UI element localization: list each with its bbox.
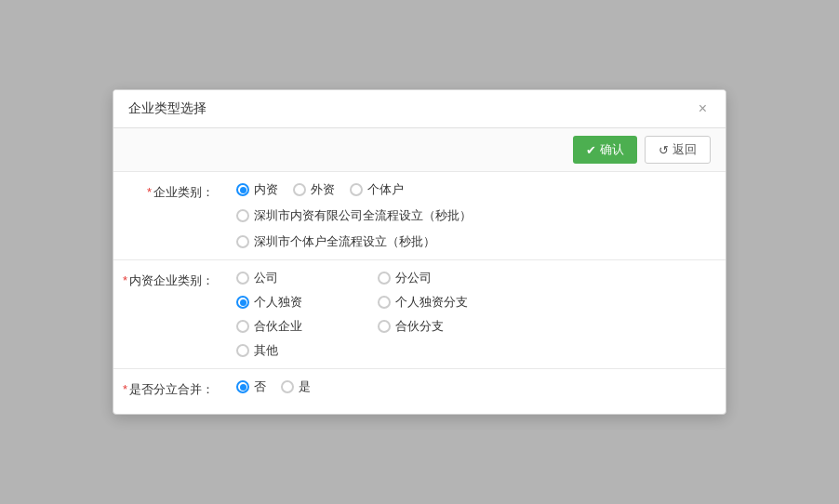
enterprise-type-line3: 深圳市个体户全流程设立（秒批） bbox=[236, 233, 714, 250]
dialog-body: *企业类别： 内资 外资 bbox=[113, 172, 726, 414]
radio-geti-label: 个体户 bbox=[367, 181, 404, 198]
enterprise-type-row: *企业类别： 内资 外资 bbox=[113, 172, 726, 260]
dialog: 企业类型选择 × ✔ 确认 ↺ 返回 *企业类别： bbox=[113, 89, 726, 415]
radio-sz-neizi-circle bbox=[236, 209, 249, 222]
enterprise-type-label: *企业类别： bbox=[113, 172, 225, 213]
radio-hehuo[interactable]: 合伙企业 bbox=[236, 318, 366, 335]
radio-no-label: 否 bbox=[254, 378, 266, 395]
radio-geren-duz-label: 个人独资 bbox=[254, 294, 302, 311]
radio-qita-label: 其他 bbox=[254, 342, 278, 359]
domestic-type-content: 公司 分公司 个人独资 个人独资分支 bbox=[225, 260, 726, 368]
domestic-type-grid: 公司 分公司 个人独资 个人独资分支 bbox=[236, 270, 714, 359]
confirm-icon: ✔ bbox=[586, 143, 596, 157]
dialog-toolbar: ✔ 确认 ↺ 返回 bbox=[113, 128, 726, 172]
radio-gongsi[interactable]: 公司 bbox=[236, 270, 366, 286]
dialog-overlay: 企业类型选择 × ✔ 确认 ↺ 返回 *企业类别： bbox=[0, 0, 839, 504]
radio-qita-circle bbox=[236, 344, 249, 357]
radio-neizi[interactable]: 内资 bbox=[236, 181, 278, 198]
radio-geren-duz-fen-label: 个人独资分支 bbox=[395, 294, 468, 311]
close-button[interactable]: × bbox=[695, 99, 711, 118]
radio-sz-geti[interactable]: 深圳市个体户全流程设立（秒批） bbox=[236, 233, 435, 250]
radio-geren-duz-fen[interactable]: 个人独资分支 bbox=[378, 294, 508, 311]
radio-no-circle bbox=[236, 380, 249, 393]
radio-no[interactable]: 否 bbox=[236, 378, 266, 395]
back-icon: ↺ bbox=[659, 143, 669, 157]
radio-geren-duz-circle bbox=[236, 296, 249, 309]
required-mark: * bbox=[147, 185, 152, 199]
merge-type-content: 否 是 bbox=[225, 369, 726, 405]
radio-fen-gongsi[interactable]: 分公司 bbox=[378, 270, 508, 286]
merge-type-line1: 否 是 bbox=[236, 378, 714, 395]
back-label: 返回 bbox=[673, 141, 697, 158]
radio-qita[interactable]: 其他 bbox=[236, 342, 366, 359]
radio-yes-label: 是 bbox=[299, 378, 311, 395]
radio-waizi[interactable]: 外资 bbox=[293, 181, 335, 198]
radio-sz-neizi[interactable]: 深圳市内资有限公司全流程设立（秒批） bbox=[236, 207, 472, 224]
radio-gongsi-label: 公司 bbox=[254, 270, 278, 286]
radio-hehuo-fen[interactable]: 合伙分支 bbox=[378, 318, 508, 335]
radio-sz-geti-label: 深圳市个体户全流程设立（秒批） bbox=[254, 233, 435, 250]
required-mark2: * bbox=[123, 273, 127, 287]
radio-fen-gongsi-label: 分公司 bbox=[395, 270, 432, 286]
confirm-label: 确认 bbox=[600, 141, 624, 158]
dialog-title: 企业类型选择 bbox=[128, 100, 206, 117]
radio-hehuo-circle bbox=[236, 320, 249, 333]
radio-geti-circle bbox=[350, 183, 363, 196]
radio-waizi-label: 外资 bbox=[311, 181, 335, 198]
radio-gongsi-circle bbox=[236, 272, 249, 285]
radio-neizi-label: 内资 bbox=[254, 181, 278, 198]
radio-geren-duz[interactable]: 个人独资 bbox=[236, 294, 366, 311]
enterprise-type-line1: 内资 外资 个体户 bbox=[236, 181, 714, 198]
radio-neizi-circle bbox=[236, 183, 249, 196]
back-button[interactable]: ↺ 返回 bbox=[645, 136, 711, 164]
domestic-type-row: *内资企业类别： 公司 分公司 个人独 bbox=[113, 260, 726, 369]
confirm-button[interactable]: ✔ 确认 bbox=[573, 136, 637, 164]
radio-fen-gongsi-circle bbox=[378, 272, 391, 285]
merge-type-label: *是否分立合并： bbox=[113, 369, 225, 410]
radio-hehuo-fen-label: 合伙分支 bbox=[395, 318, 444, 335]
domestic-type-label: *内资企业类别： bbox=[113, 260, 225, 301]
merge-type-row: *是否分立合并： 否 是 bbox=[113, 369, 726, 414]
radio-waizi-circle bbox=[293, 183, 306, 196]
radio-sz-neizi-label: 深圳市内资有限公司全流程设立（秒批） bbox=[254, 207, 472, 224]
enterprise-type-content: 内资 外资 个体户 bbox=[225, 172, 726, 259]
required-mark3: * bbox=[123, 382, 127, 396]
radio-sz-geti-circle bbox=[236, 235, 249, 248]
dialog-header: 企业类型选择 × bbox=[113, 90, 726, 128]
radio-geren-duz-fen-circle bbox=[378, 296, 391, 309]
radio-geti[interactable]: 个体户 bbox=[350, 181, 404, 198]
radio-hehuo-fen-circle bbox=[378, 320, 391, 333]
radio-hehuo-label: 合伙企业 bbox=[254, 318, 302, 335]
radio-yes-circle bbox=[281, 380, 294, 393]
enterprise-type-line2: 深圳市内资有限公司全流程设立（秒批） bbox=[236, 207, 714, 224]
radio-yes[interactable]: 是 bbox=[281, 378, 311, 395]
